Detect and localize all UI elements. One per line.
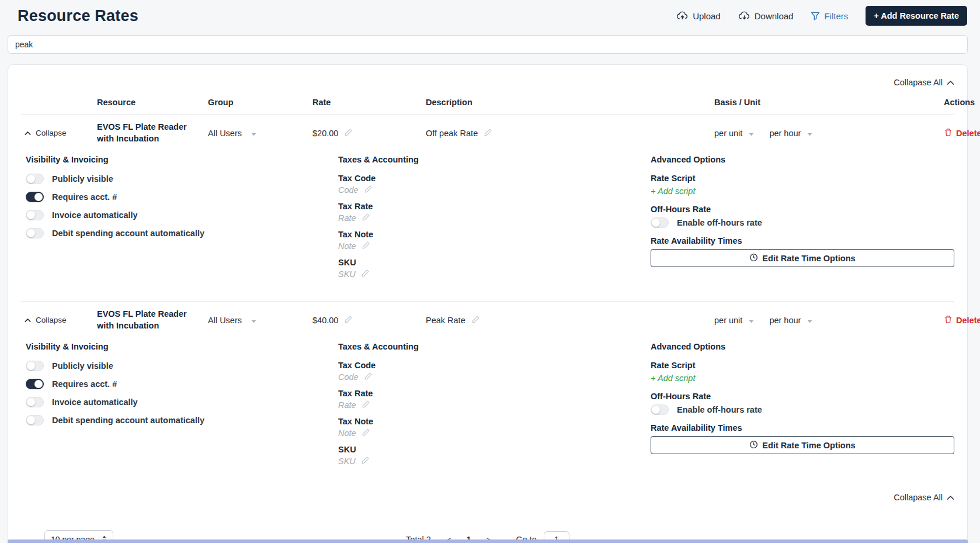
add-script-link[interactable]: + Add script bbox=[651, 186, 954, 196]
edit-times-label: Edit Rate Time Options bbox=[762, 441, 855, 450]
field-label: Tax Rate bbox=[338, 202, 651, 211]
column-header-actions: Actions bbox=[944, 98, 975, 107]
filter-funnel-icon bbox=[811, 12, 820, 20]
field-placeholder: Note bbox=[338, 241, 356, 251]
group-select[interactable]: All Users bbox=[208, 129, 293, 138]
edit-pencil-icon[interactable] bbox=[484, 128, 492, 139]
resource-name: EVOS FL Plate Reader with Incubation bbox=[97, 122, 199, 144]
search-input[interactable] bbox=[8, 35, 968, 54]
toggle-switch[interactable] bbox=[651, 217, 669, 228]
toggle-label: Requires acct. # bbox=[52, 192, 117, 202]
edit-pencil-icon[interactable] bbox=[364, 372, 373, 382]
column-header-rate: Rate bbox=[293, 98, 409, 107]
field-label: Tax Note bbox=[338, 417, 651, 426]
requires-acct-toggle-row: Requires acct. # bbox=[26, 379, 338, 389]
field-placeholder: SKU bbox=[338, 456, 356, 466]
field-placeholder: Code bbox=[338, 372, 359, 382]
edit-pencil-icon[interactable] bbox=[362, 428, 370, 438]
toggle-switch[interactable] bbox=[26, 192, 44, 202]
basis-value: per unit bbox=[714, 129, 742, 138]
actions-cell: Delete bbox=[944, 128, 980, 139]
chevron-up-icon bbox=[947, 80, 954, 85]
rate-value: $40.00 bbox=[312, 316, 338, 325]
edit-pencil-icon[interactable] bbox=[362, 400, 370, 410]
toggle-switch[interactable] bbox=[26, 379, 44, 389]
clock-icon bbox=[749, 440, 758, 451]
edit-pencil-icon[interactable] bbox=[362, 213, 370, 223]
section-heading: Advanced Options bbox=[651, 342, 954, 351]
tax-code-field: Tax Code Code bbox=[338, 361, 651, 382]
clock-icon bbox=[749, 253, 758, 264]
toggle-switch[interactable] bbox=[26, 228, 44, 238]
group-value: All Users bbox=[208, 316, 242, 325]
chevron-down-icon bbox=[251, 129, 256, 138]
edit-pencil-icon[interactable] bbox=[364, 185, 373, 195]
edit-pencil-icon[interactable] bbox=[361, 456, 370, 466]
taxes-accounting-section: Taxes & Accounting Tax Code Code Tax Rat… bbox=[338, 155, 651, 286]
rate-script-label: Rate Script bbox=[651, 174, 954, 183]
delete-label: Delete bbox=[956, 129, 980, 138]
description-field[interactable]: Peak Rate bbox=[409, 315, 696, 326]
toggle-label: Debit spending account automatically bbox=[52, 229, 204, 238]
toggle-label: Debit spending account automatically bbox=[52, 416, 204, 425]
field-label: Tax Note bbox=[338, 230, 651, 239]
row-collapse-label: Collapse bbox=[36, 129, 67, 137]
toggle-label: Invoice automatically bbox=[52, 397, 138, 407]
toggle-switch[interactable] bbox=[26, 174, 44, 184]
section-heading: Visibility & Invoicing bbox=[26, 155, 338, 164]
rate-field[interactable]: $20.00 bbox=[293, 128, 409, 139]
edit-rate-time-options-button[interactable]: Edit Rate Time Options bbox=[651, 249, 954, 267]
publicly-visible-toggle-row: Publicly visible bbox=[26, 361, 338, 371]
collapse-all-bottom[interactable]: Collapase All bbox=[21, 492, 954, 503]
unit-select[interactable]: per hour bbox=[769, 316, 812, 325]
rate-field[interactable]: $40.00 bbox=[293, 315, 409, 326]
sku-field: SKU SKU bbox=[338, 258, 651, 279]
rate-availability-label: Rate Availability Times bbox=[651, 236, 954, 245]
group-select[interactable]: All Users bbox=[208, 316, 293, 325]
collapse-all-label: Collapase All bbox=[894, 78, 943, 87]
toggle-switch[interactable] bbox=[26, 397, 44, 407]
basis-select[interactable]: per unit bbox=[714, 316, 754, 325]
filters-button[interactable]: Filters bbox=[811, 11, 848, 21]
edit-rate-time-options-button[interactable]: Edit Rate Time Options bbox=[651, 436, 954, 454]
rate-row-detail: Visibility & Invoicing Publicly visible … bbox=[21, 338, 954, 488]
delete-rate-button[interactable]: Delete bbox=[944, 128, 980, 139]
horizontal-scrollbar[interactable] bbox=[8, 539, 968, 543]
basis-select[interactable]: per unit bbox=[714, 129, 754, 138]
edit-pencil-icon[interactable] bbox=[362, 241, 370, 251]
add-script-link[interactable]: + Add script bbox=[651, 373, 954, 383]
page-title: Resource Rates bbox=[18, 7, 138, 25]
row-collapse-toggle[interactable]: Collapse bbox=[21, 129, 97, 137]
toggle-label: Requires acct. # bbox=[52, 379, 117, 389]
column-header-description: Description bbox=[409, 98, 696, 107]
invoice-automatically-toggle-row: Invoice automatically bbox=[26, 210, 338, 220]
trash-icon bbox=[944, 315, 953, 326]
add-resource-rate-button[interactable]: + Add Resource Rate bbox=[866, 6, 967, 26]
collapse-all-label: Collapase All bbox=[894, 493, 943, 502]
off-hours-rate-label: Off-Hours Rate bbox=[651, 205, 954, 214]
resource-rate-row: Collapse EVOS FL Plate Reader with Incub… bbox=[21, 301, 954, 488]
tax-rate-field: Tax Rate Rate bbox=[338, 389, 651, 410]
delete-rate-button[interactable]: Delete bbox=[944, 315, 980, 326]
toggle-switch[interactable] bbox=[26, 210, 44, 220]
unit-value: per hour bbox=[769, 316, 801, 325]
row-collapse-toggle[interactable]: Collapse bbox=[21, 316, 97, 324]
toggle-switch[interactable] bbox=[26, 361, 44, 371]
rate-value: $20.00 bbox=[312, 129, 338, 138]
description-field[interactable]: Off peak Rate bbox=[409, 128, 696, 139]
field-label: SKU bbox=[338, 445, 651, 454]
edit-pencil-icon[interactable] bbox=[471, 315, 480, 326]
edit-pencil-icon[interactable] bbox=[344, 315, 353, 326]
top-bar: Resource Rates Upload Download Filters +… bbox=[0, 0, 980, 26]
enable-off-hours-toggle-row: Enable off-hours rate bbox=[651, 404, 954, 415]
toggle-switch[interactable] bbox=[651, 404, 669, 415]
toolbar: Upload Download Filters + Add Resource R… bbox=[676, 6, 967, 26]
unit-select[interactable]: per hour bbox=[769, 129, 812, 138]
edit-pencil-icon[interactable] bbox=[344, 128, 353, 139]
toggle-switch[interactable] bbox=[26, 415, 44, 426]
chevron-up-icon bbox=[25, 316, 31, 324]
download-button[interactable]: Download bbox=[738, 11, 794, 21]
collapse-all-top[interactable]: Collapase All bbox=[21, 77, 954, 88]
upload-button[interactable]: Upload bbox=[676, 11, 721, 21]
edit-pencil-icon[interactable] bbox=[361, 269, 370, 279]
